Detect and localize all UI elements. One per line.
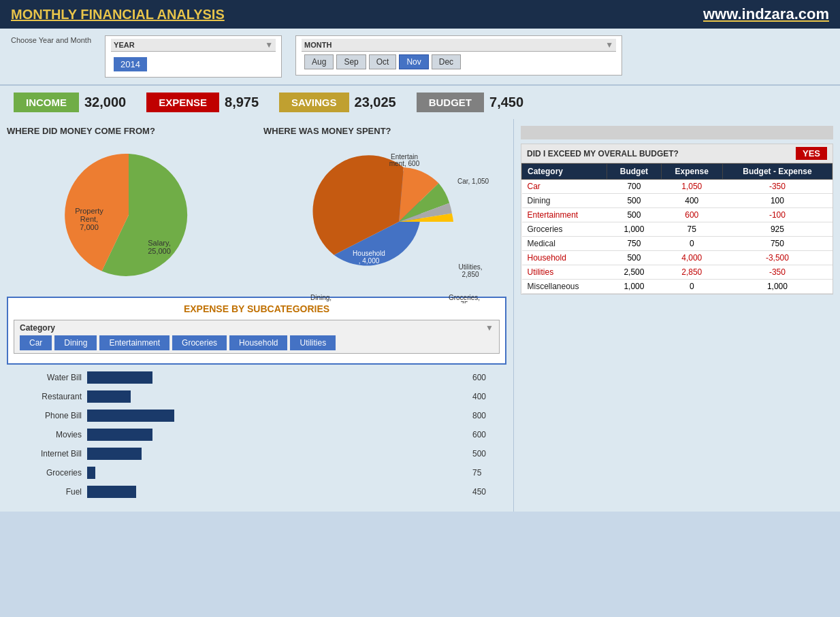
cell-diff: -350	[722, 180, 832, 194]
month-box: MONTH ▼ Aug Sep Oct Nov Dec	[295, 35, 622, 76]
bar-value: 400	[472, 392, 493, 401]
cell-budget: 500	[607, 194, 661, 208]
charts-row: WHERE DID MONEY COME FROM? Property Rent…	[7, 126, 506, 290]
income-chart-section: WHERE DID MONEY COME FROM? Property Rent…	[7, 126, 250, 290]
table-row: Entertainment 500 600 -100	[522, 208, 833, 222]
bar-value: 800	[472, 411, 493, 420]
income-item: INCOME 32,000	[14, 93, 126, 112]
choose-label: Choose Year and Month	[11, 35, 91, 45]
col-diff: Budget - Expense	[722, 164, 832, 180]
month-sep[interactable]: Sep	[336, 54, 366, 69]
dining-label: Dining,	[310, 294, 332, 301]
month-buttons: Aug Sep Oct Nov Dec	[302, 52, 616, 72]
expense-item: EXPENSE 8,975	[146, 93, 259, 112]
table-row: Utilities 2,500 2,850 -350	[522, 265, 833, 280]
cat-utilities[interactable]: Utilities	[290, 335, 336, 350]
right-panel: DID I EXCEED MY OVERALL BUDGET? YES Cate…	[513, 119, 840, 512]
month-aug[interactable]: Aug	[304, 54, 334, 69]
table-header-row: Category Budget Expense Budget - Expense	[522, 164, 833, 180]
budget-label: BUDGET	[417, 93, 484, 112]
bar-track	[87, 390, 463, 403]
cat-dining[interactable]: Dining	[54, 335, 97, 350]
savings-item: SAVINGS 23,025	[279, 93, 396, 112]
bar-row: Internet Bill 500	[20, 448, 493, 460]
cell-diff: -350	[722, 265, 832, 280]
cat-entertainment[interactable]: Entertainment	[99, 335, 169, 350]
year-control-group: Choose Year and Month	[11, 35, 91, 45]
cat-household[interactable]: Household	[229, 335, 287, 350]
expense-chart-title: WHERE WAS MONEY SPENT?	[263, 126, 506, 136]
cat-groceries[interactable]: Groceries	[172, 335, 227, 350]
cell-diff: -3,500	[722, 251, 832, 265]
month-dec[interactable]: Dec	[432, 54, 461, 69]
bar-label: Fuel	[20, 487, 82, 497]
cell-expense: 2,850	[661, 265, 722, 280]
income-label: INCOME	[14, 93, 79, 112]
savings-label: SAVINGS	[279, 93, 349, 112]
bar-track	[87, 467, 463, 479]
category-filter-label: Category	[20, 323, 55, 333]
bar-row: Water Bill 600	[20, 371, 493, 384]
bar-value: 600	[472, 430, 493, 439]
cell-expense: 400	[661, 194, 722, 208]
bar-track	[87, 486, 463, 498]
rent-text2: Rent,	[80, 215, 97, 223]
bar-chart-container: Water Bill 600 Restaurant 400 Phone Bill…	[20, 371, 493, 498]
cell-expense: 0	[661, 237, 722, 251]
expense-pie-svg: Entertain ment, 600 Car, 1,050 Utilities…	[304, 140, 494, 303]
bar-fill	[87, 429, 152, 441]
cell-budget: 500	[607, 208, 661, 222]
household-label: Household	[353, 250, 385, 257]
cell-category: Miscellaneous	[522, 280, 607, 294]
summary-bar: INCOME 32,000 EXPENSE 8,975 SAVINGS 23,0…	[0, 86, 840, 119]
budget-tbody: Car 700 1,050 -350 Dining 500 400 100 En…	[522, 180, 833, 294]
year-filter-icon[interactable]: ▼	[265, 40, 273, 50]
bar-fill	[87, 467, 95, 479]
savings-value: 23,025	[355, 95, 396, 110]
category-filter-icon[interactable]: ▼	[485, 323, 494, 333]
cell-expense: 600	[661, 208, 722, 222]
entertain-label2: ment, 600	[389, 160, 419, 167]
col-budget: Budget	[607, 164, 661, 180]
bar-track	[87, 429, 463, 441]
month-nov[interactable]: Nov	[399, 54, 428, 69]
month-filter-icon[interactable]: ▼	[605, 40, 613, 50]
cell-budget: 2,500	[607, 265, 661, 280]
cell-category: Household	[522, 251, 607, 265]
app-title: MONTHLY FINANCIAL ANALYSIS	[11, 7, 225, 22]
cell-diff: 750	[722, 237, 832, 251]
subcategory-title: EXPENSE BY SUBCATEGORIES	[14, 303, 500, 314]
budget-item: BUDGET 7,450	[417, 93, 523, 112]
table-row: Medical 750 0 750	[522, 237, 833, 251]
cell-budget: 1,000	[607, 280, 661, 294]
month-oct[interactable]: Oct	[369, 54, 397, 69]
cell-diff: -100	[722, 208, 832, 222]
car-label: Car, 1,050	[457, 178, 489, 185]
website-label: www.indzara.com	[703, 5, 829, 23]
cell-diff: 1,000	[722, 280, 832, 294]
month-control-box: MONTH ▼ Aug Sep Oct Nov Dec	[295, 35, 622, 76]
bar-fill	[87, 390, 131, 403]
budget-header-row: DID I EXCEED MY OVERALL BUDGET? YES	[521, 144, 833, 163]
table-row: Miscellaneous 1,000 0 1,000	[522, 280, 833, 294]
month-box-header: MONTH ▼	[302, 39, 616, 52]
cell-category: Dining	[522, 194, 607, 208]
category-buttons: Car Dining Entertainment Groceries House…	[20, 335, 494, 350]
cell-budget: 750	[607, 237, 661, 251]
cell-budget: 700	[607, 180, 661, 194]
bar-row: Fuel 450	[20, 486, 493, 498]
subcategory-section: EXPENSE BY SUBCATEGORIES Category ▼ Car …	[7, 297, 506, 365]
cat-car[interactable]: Car	[20, 335, 52, 350]
year-value[interactable]: 2014	[114, 57, 147, 71]
bar-value: 450	[472, 487, 493, 497]
table-row: Dining 500 400 100	[522, 194, 833, 208]
bar-track	[87, 410, 463, 422]
cell-expense: 4,000	[661, 251, 722, 265]
cell-expense: 0	[661, 280, 722, 294]
bar-row: Groceries 75	[20, 467, 493, 479]
bar-fill	[87, 410, 174, 422]
year-box: YEAR ▼ 2014	[105, 35, 282, 78]
budget-yes: YES	[796, 147, 827, 160]
left-panel: WHERE DID MONEY COME FROM? Property Rent…	[0, 119, 513, 512]
rent-value: 7,000	[80, 223, 99, 231]
